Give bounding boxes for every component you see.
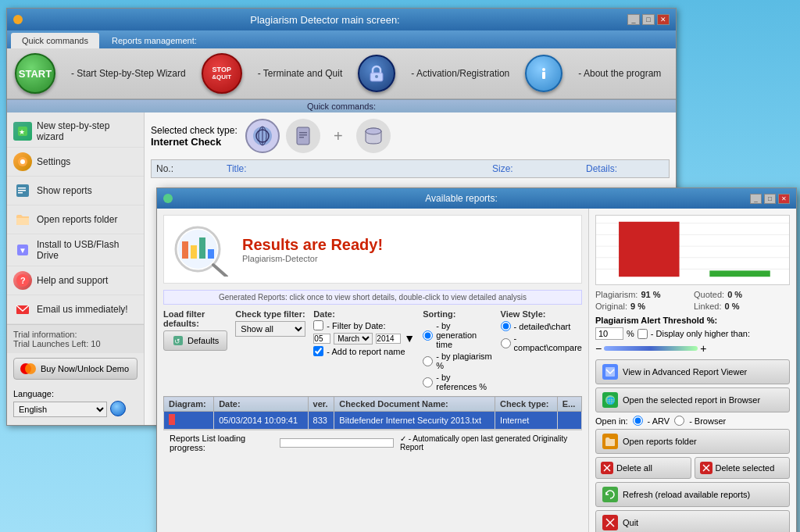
mastercard-icon: [20, 362, 36, 375]
col-ver-header: ver.: [308, 397, 334, 412]
svg-point-18: [25, 363, 36, 374]
cell-check-type: Internet: [495, 412, 558, 430]
col-title-header: Title:: [227, 163, 461, 174]
sort-by-plagiarism-radio[interactable]: [423, 356, 433, 366]
file-check-icon[interactable]: [286, 119, 320, 153]
about-button[interactable]: [525, 55, 562, 92]
modal-maximize-button[interactable]: □: [764, 194, 776, 204]
minimize-button[interactable]: _: [627, 14, 640, 25]
view-detailed-radio[interactable]: [501, 321, 511, 331]
original-stat: Original: 9 %: [595, 302, 691, 311]
folder-icon: [13, 210, 32, 229]
view-compact-label: - compact\compare: [514, 334, 582, 352]
sidebar-item-wizard[interactable]: ★ New step-by-step wizard: [7, 116, 144, 148]
col-ext-header: E...: [557, 397, 581, 412]
reports-table: Diagram: Date: ver. Checked Document Nam…: [163, 396, 582, 430]
sidebar-item-help[interactable]: ? Help and support: [7, 266, 144, 295]
svg-line-31: [213, 265, 227, 277]
open-browser-button[interactable]: 🌐 Open the selected report in Browser: [595, 387, 790, 412]
tab-quick-commands[interactable]: Quick commands: [11, 33, 99, 48]
start-wizard-label: - Start Step-by-Step Wizard: [71, 68, 186, 79]
view-arv-button[interactable]: View in Advanced Report Viewer: [595, 359, 790, 384]
sidebar-item-install[interactable]: ▼ Install to USB/Flash Drive: [7, 234, 144, 266]
tab-reports-management[interactable]: Reports management:: [101, 33, 208, 48]
help-icon: ?: [13, 271, 32, 290]
sorting-section: Sorting: - by generation time - by plagi…: [423, 309, 492, 391]
sort-by-generation-label: - by generation time: [436, 321, 492, 349]
quit-button[interactable]: Quit: [595, 510, 790, 532]
progress-bar: [280, 438, 394, 448]
date-year-input[interactable]: [376, 334, 401, 344]
threshold-input[interactable]: [595, 327, 623, 340]
check-icons: +: [245, 119, 391, 153]
original-label: Original:: [595, 302, 627, 311]
refresh-button[interactable]: Refresh (reload available reports): [595, 482, 790, 507]
svg-rect-23: [297, 127, 309, 145]
sort-by-references-radio[interactable]: [423, 377, 433, 387]
minimize-dot[interactable]: [13, 15, 23, 24]
modal-body: Results are Ready! Plagiarism-Detector G…: [157, 209, 796, 532]
language-section: Language: English: [7, 384, 144, 422]
cell-ext: [557, 412, 581, 430]
buy-button[interactable]: Buy Now/Unlock Demo: [13, 358, 138, 380]
about-label: - About the program: [578, 68, 661, 79]
cell-diagram: [164, 412, 214, 430]
wizard-icon: ★: [13, 122, 32, 141]
filter-defaults-button[interactable]: ↺ Defaults: [163, 330, 227, 351]
reports-table-container[interactable]: Diagram: Date: ver. Checked Document Nam…: [163, 396, 582, 430]
sidebar-item-reports[interactable]: Show reports: [7, 177, 144, 205]
modal-close-button[interactable]: ✕: [778, 194, 790, 204]
open-in-arv-radio[interactable]: [633, 416, 643, 426]
svg-rect-25: [299, 134, 307, 136]
slider-minus[interactable]: −: [595, 342, 602, 355]
threshold-checkbox[interactable]: [638, 329, 648, 339]
linked-label: Linked:: [694, 302, 721, 311]
language-select[interactable]: English: [13, 402, 107, 417]
sort-by-references-row: - by references %: [423, 373, 492, 391]
db-check-icon[interactable]: [356, 119, 391, 153]
open-in-browser-radio[interactable]: [674, 416, 684, 426]
delete-all-button[interactable]: Delete all: [595, 457, 691, 479]
auto-open-label: ✓ - Automatically open last generated Or…: [400, 434, 576, 452]
col-check-type-header: Check type:: [495, 397, 558, 412]
date-dropdown-icon[interactable]: ▼: [404, 332, 415, 345]
quoted-value: 0 %: [727, 290, 742, 299]
slider-plus[interactable]: +: [700, 342, 706, 355]
delete-selected-button[interactable]: Delete selected: [695, 457, 791, 479]
add-to-report-checkbox[interactable]: [313, 346, 323, 356]
open-browser-icon: 🌐: [602, 392, 618, 408]
sort-by-generation-radio[interactable]: [423, 330, 433, 341]
svg-point-1: [375, 75, 378, 78]
stop-quit-button[interactable]: STOP &QUIT: [202, 53, 242, 94]
delete-selected-label: Delete selected: [716, 463, 775, 473]
internet-check-icon[interactable]: [245, 119, 280, 153]
add-check-icon[interactable]: +: [327, 119, 350, 153]
delete-all-label: Delete all: [616, 463, 652, 473]
col-diagram-header: Diagram:: [164, 397, 214, 412]
sidebar-item-settings[interactable]: Settings: [7, 148, 144, 177]
view-compact-radio[interactable]: [501, 338, 511, 348]
open-reports-folder-button[interactable]: Open reports folder: [595, 429, 790, 454]
sidebar: ★ New step-by-step wizard Settings Show …: [7, 112, 145, 425]
start-button[interactable]: START: [15, 53, 55, 94]
view-detailed-row: - detailed\chart: [501, 321, 582, 331]
delete-selected-icon: [700, 462, 712, 474]
table-row[interactable]: 05/03/2014 10:09:41 833 Bitdefender Inte…: [164, 412, 582, 430]
date-day-input[interactable]: [313, 334, 330, 344]
sidebar-item-email[interactable]: Email us immediately!: [7, 295, 144, 324]
check-type-filter-select[interactable]: Show all Internet File Database: [235, 321, 305, 337]
main-title: Plagiarism Detector main screen:: [250, 14, 399, 26]
activation-button[interactable]: [358, 55, 395, 92]
date-month-select[interactable]: March: [334, 333, 373, 345]
threshold-slider[interactable]: [604, 346, 698, 351]
view-style-label: View Style:: [501, 309, 582, 319]
sidebar-item-folder[interactable]: Open reports folder: [7, 205, 144, 234]
modal-minimize-button[interactable]: _: [750, 194, 762, 204]
svg-rect-24: [299, 132, 307, 134]
svg-rect-45: [605, 367, 615, 377]
maximize-button[interactable]: □: [642, 14, 655, 25]
results-graphic: [170, 222, 233, 277]
filter-by-date-checkbox[interactable]: [313, 320, 323, 330]
quit-label: Quit: [623, 518, 638, 527]
close-button[interactable]: ✕: [657, 14, 670, 25]
